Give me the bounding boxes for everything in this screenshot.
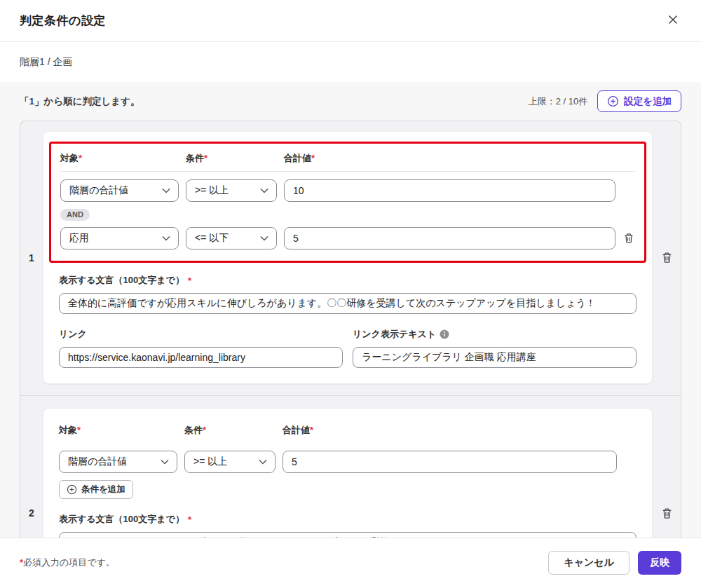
modal-header: 判定条件の設定 — [0, 0, 701, 42]
message-field-block: 表示する文言（100文字まで）* — [59, 274, 637, 314]
row-number: 2 — [20, 507, 43, 519]
plus-circle-icon — [607, 95, 619, 107]
target-column-label: 対象* — [59, 424, 177, 437]
link-fields-row: リンク リンク表示テキスト — [59, 328, 637, 368]
add-setting-button[interactable]: 設定を追加 — [597, 90, 681, 112]
condition-column-headers: 対象* 条件* 合計値* — [60, 152, 635, 172]
condition-column-label: 条件* — [184, 424, 275, 437]
breadcrumb: 階層1 / 企画 — [0, 42, 701, 82]
operator-select[interactable]: <= 以下 — [186, 227, 277, 249]
row-number: 1 — [20, 252, 43, 264]
delete-setting-button[interactable] — [660, 506, 674, 521]
chevron-down-icon — [260, 188, 268, 193]
total-column-label: 合計値* — [283, 424, 637, 437]
required-note: *必須入力の項目です。 — [20, 556, 115, 569]
apply-button[interactable]: 反映 — [638, 551, 681, 575]
delete-setting-button[interactable] — [660, 250, 674, 265]
trash-icon — [623, 233, 634, 244]
link-label: リンク — [59, 328, 343, 341]
condition-column-headers: 対象* 条件* 合計値* — [59, 424, 637, 443]
toolbar: 「1」から順に判定します。 上限：2 / 10件 設定を追加 — [20, 82, 681, 121]
modal-footer: *必須入力の項目です。 キャンセル 反映 — [0, 538, 701, 587]
chevron-down-icon — [259, 459, 267, 465]
setting-row-1: 1 対象* 条件* 合計値* 階層の合計値 — [20, 121, 681, 395]
message-label: 表示する文言（100文字まで）* — [59, 274, 637, 287]
page-title: 判定条件の設定 — [20, 13, 106, 29]
link-input[interactable] — [59, 347, 343, 368]
plus-circle-icon — [67, 484, 77, 495]
and-badge: AND — [60, 209, 90, 221]
operator-select[interactable]: >= 以上 — [186, 179, 277, 202]
total-column-label: 合計値* — [284, 152, 635, 165]
cancel-button[interactable]: キャンセル — [548, 551, 629, 575]
target-select[interactable]: 応用 — [60, 227, 179, 249]
condition-row: 階層の合計値 >= 以上 — [59, 451, 637, 473]
message-field-block: 表示する文言（100文字まで）* — [59, 513, 637, 538]
link-text-input[interactable] — [353, 347, 637, 368]
condition-row: 応用 <= 以下 — [60, 227, 635, 249]
close-button[interactable] — [665, 13, 681, 29]
link-text-field-block: リンク表示テキスト — [353, 328, 637, 368]
info-icon[interactable] — [440, 329, 449, 339]
message-label: 表示する文言（100文字まで）* — [59, 513, 637, 526]
chevron-down-icon — [162, 188, 170, 193]
message-input[interactable] — [59, 532, 637, 538]
total-value-input[interactable] — [284, 227, 615, 249]
setting-card-1: 対象* 条件* 合計値* 階層の合計値 >= 以上 — [43, 131, 653, 384]
condition-column-label: 条件* — [186, 152, 277, 165]
target-select[interactable]: 階層の合計値 — [59, 451, 177, 473]
target-select[interactable]: 階層の合計値 — [60, 179, 179, 202]
condition-row: 階層の合計値 >= 以上 — [60, 179, 635, 202]
chevron-down-icon — [260, 235, 268, 241]
setting-card-2: 対象* 条件* 合計値* 階層の合計値 >= 以上 — [43, 408, 653, 538]
target-column-label: 対象* — [60, 152, 179, 165]
settings-list: 1 対象* 条件* 合計値* 階層の合計値 — [20, 121, 681, 538]
limit-label: 上限：2 / 10件 — [529, 95, 588, 108]
total-value-input[interactable] — [284, 179, 615, 202]
link-text-label: リンク表示テキスト — [353, 328, 637, 341]
close-icon — [667, 14, 679, 27]
chevron-down-icon — [161, 459, 169, 465]
content-area: 「1」から順に判定します。 上限：2 / 10件 設定を追加 1 対象* 条件*… — [0, 82, 701, 538]
trash-icon — [661, 507, 673, 519]
conditions-highlight-box: 対象* 条件* 合計値* 階層の合計値 >= 以上 — [49, 142, 646, 263]
operator-select[interactable]: >= 以上 — [184, 451, 275, 473]
delete-condition-button[interactable] — [622, 231, 636, 245]
order-note: 「1」から順に判定します。 — [20, 95, 139, 108]
setting-row-2: 2 対象* 条件* 合計値* 階層の合計値 >= 以上 — [20, 396, 681, 538]
message-input[interactable] — [59, 293, 637, 314]
trash-icon — [661, 252, 673, 264]
link-field-block: リンク — [59, 328, 343, 368]
chevron-down-icon — [162, 235, 170, 241]
add-condition-button[interactable]: 条件を追加 — [59, 480, 133, 499]
total-value-input[interactable] — [283, 451, 617, 473]
